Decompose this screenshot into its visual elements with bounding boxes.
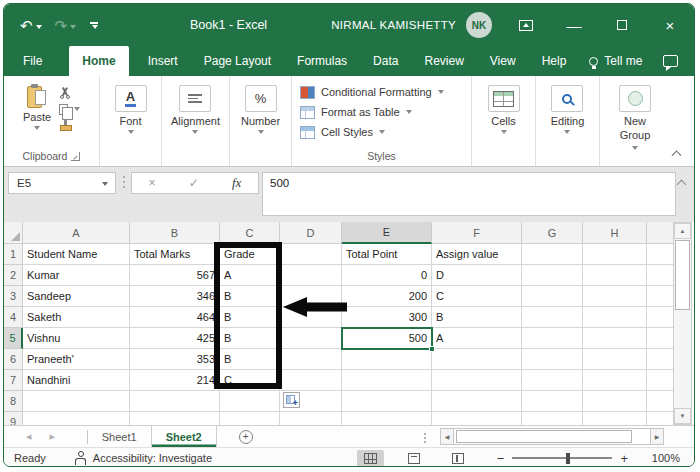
cell-G6[interactable] <box>522 349 583 370</box>
number-button[interactable]: % Number <box>241 85 280 134</box>
cell-E3[interactable]: 200 <box>342 286 432 307</box>
cell-A6[interactable]: Praneeth' <box>23 349 130 370</box>
col-header-E[interactable]: E <box>342 222 432 244</box>
enter-icon[interactable]: ✓ <box>189 176 199 190</box>
cell-H7[interactable] <box>583 370 647 391</box>
cell-H9[interactable] <box>583 412 647 425</box>
scroll-right-icon[interactable]: ▶ <box>650 428 664 445</box>
cell-H4[interactable] <box>583 307 647 328</box>
cell-E8[interactable] <box>342 391 432 412</box>
cell-F4[interactable]: B <box>432 307 522 328</box>
cell-F1[interactable]: Assign value <box>432 244 522 265</box>
customize-qat-icon[interactable] <box>89 22 98 29</box>
cell-D5[interactable] <box>280 328 342 349</box>
vertical-scrollbar[interactable]: ▲ ▼ <box>673 222 692 425</box>
row-header-6[interactable]: 6 <box>4 349 23 370</box>
cell-B8[interactable] <box>130 391 220 412</box>
format-as-table-button[interactable]: Format as Table <box>300 103 471 121</box>
row-header-2[interactable]: 2 <box>4 265 23 286</box>
tab-view[interactable]: View <box>477 46 529 76</box>
cell-H5[interactable] <box>583 328 647 349</box>
cell-G9[interactable] <box>522 412 583 425</box>
cell-G8[interactable] <box>522 391 583 412</box>
cell-E6[interactable] <box>342 349 432 370</box>
cell-F7[interactable] <box>432 370 522 391</box>
close-button[interactable]: × <box>646 4 694 46</box>
row-header-7[interactable]: 7 <box>4 370 23 391</box>
cell-G1[interactable] <box>522 244 583 265</box>
cell-A3[interactable]: Sandeep <box>23 286 130 307</box>
maximize-button[interactable] <box>598 4 646 46</box>
cell-styles-button[interactable]: Cell Styles <box>300 123 471 141</box>
cell-A8[interactable] <box>23 391 130 412</box>
cell-G5[interactable] <box>522 328 583 349</box>
cell-A1[interactable]: Student Name <box>23 244 130 265</box>
cell-E1[interactable]: Total Point <box>342 244 432 265</box>
cancel-icon[interactable]: × <box>149 176 156 190</box>
col-header-C[interactable]: C <box>220 222 280 244</box>
clipboard-dialog-launcher-icon[interactable] <box>71 152 80 161</box>
zoom-slider-thumb[interactable] <box>566 453 570 464</box>
cell-F3[interactable]: C <box>432 286 522 307</box>
accessibility-status[interactable]: Accessibility: Investigate <box>74 451 212 465</box>
cell-C8[interactable] <box>220 391 280 412</box>
conditional-formatting-button[interactable]: Conditional Formatting <box>300 83 471 101</box>
zoom-level[interactable]: 100% <box>640 452 680 464</box>
scroll-left-icon[interactable]: ◀ <box>440 428 454 445</box>
cell-B3[interactable]: 346 <box>130 286 220 307</box>
new-sheet-button[interactable]: + <box>239 430 253 444</box>
zoom-in-button[interactable]: + <box>620 451 628 466</box>
tab-insert[interactable]: Insert <box>135 46 191 76</box>
cell-H8[interactable] <box>583 391 647 412</box>
select-all-corner[interactable] <box>4 222 23 244</box>
cell-E2[interactable]: 0 <box>342 265 432 286</box>
cell-C9[interactable] <box>220 412 280 425</box>
cell-B7[interactable]: 214 <box>130 370 220 391</box>
col-header-G[interactable]: G <box>522 222 583 244</box>
cell-G7[interactable] <box>522 370 583 391</box>
page-break-view-button[interactable] <box>445 450 472 467</box>
insert-function-icon[interactable]: fx <box>232 175 241 191</box>
cell-F9[interactable] <box>432 412 522 425</box>
ribbon-display-options-button[interactable] <box>502 4 550 46</box>
tab-data[interactable]: Data <box>360 46 411 76</box>
cell-B1[interactable]: Total Marks <box>130 244 220 265</box>
cell-H1[interactable] <box>583 244 647 265</box>
scroll-up-icon[interactable]: ▲ <box>674 223 691 239</box>
account-name[interactable]: NIRMAL KAMISHETTY <box>331 19 456 31</box>
cut-button[interactable] <box>59 87 80 99</box>
normal-view-button[interactable] <box>357 450 384 467</box>
sheet-tab-sheet2[interactable]: Sheet2 <box>151 426 217 447</box>
expand-formula-bar-icon[interactable] <box>677 180 687 190</box>
cell-F2[interactable]: D <box>432 265 522 286</box>
editing-button[interactable]: Editing <box>551 85 585 134</box>
tab-home[interactable]: Home <box>69 46 128 76</box>
avatar[interactable]: NK <box>466 12 492 38</box>
undo-icon[interactable]: ↶ <box>20 18 42 33</box>
cell-D2[interactable] <box>280 265 342 286</box>
cell-B9[interactable] <box>130 412 220 425</box>
col-header-D[interactable]: D <box>280 222 342 244</box>
cell-F6[interactable] <box>432 349 522 370</box>
cell-B2[interactable]: 567 <box>130 265 220 286</box>
row-header-4[interactable]: 4 <box>4 307 23 328</box>
redo-icon[interactable]: ↷ <box>55 18 77 33</box>
zoom-out-button[interactable]: − <box>497 451 505 466</box>
cell-G3[interactable] <box>522 286 583 307</box>
fill-handle[interactable] <box>429 346 435 352</box>
row-header-5[interactable]: 5 <box>4 328 23 349</box>
tab-formulas[interactable]: Formulas <box>284 46 360 76</box>
autofill-options-button[interactable]: + <box>283 392 300 408</box>
sheet-nav-next-icon[interactable]: ▶ <box>49 433 54 441</box>
cell-B4[interactable]: 464 <box>130 307 220 328</box>
tab-review[interactable]: Review <box>411 46 476 76</box>
font-button[interactable]: A Font <box>115 85 147 134</box>
minimize-button[interactable]: — <box>550 4 598 46</box>
page-layout-view-button[interactable] <box>401 450 428 467</box>
scrollbar-resize-handle[interactable] <box>424 433 426 435</box>
cell-F5[interactable]: A <box>432 328 522 349</box>
cell-A9[interactable] <box>23 412 130 425</box>
cell-D1[interactable] <box>280 244 342 265</box>
name-box-dropdown-icon[interactable] <box>102 182 108 186</box>
row-header-1[interactable]: 1 <box>4 244 23 265</box>
